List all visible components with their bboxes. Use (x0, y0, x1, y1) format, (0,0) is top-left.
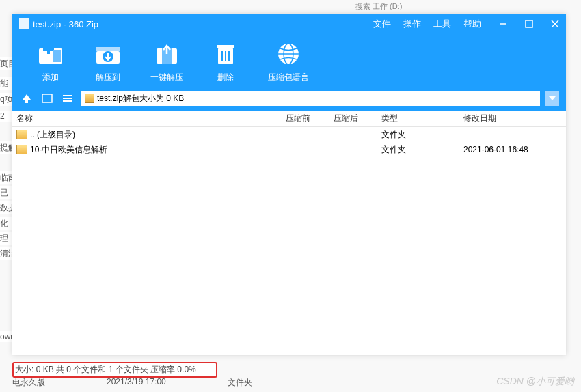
view-list-button[interactable] (60, 91, 75, 106)
menu-file[interactable]: 文件 (373, 18, 391, 30)
add-icon (36, 40, 66, 68)
col-post[interactable]: 压缩后 (334, 113, 381, 124)
nav-up-button[interactable] (19, 91, 34, 106)
svg-rect-14 (217, 45, 234, 48)
search-remnant: 搜索 工作 (D:) (355, 1, 402, 12)
extract-icon (93, 40, 123, 68)
svg-rect-1 (526, 20, 532, 27)
globe-icon (273, 40, 303, 68)
menu-help[interactable]: 帮助 (463, 18, 481, 30)
minimize-button[interactable] (495, 16, 511, 32)
trash-icon (211, 40, 241, 68)
app-icon (19, 18, 29, 29)
svg-rect-6 (43, 48, 54, 51)
toolbar: 添加 解压到 一键解压 删除 压缩包语言 (12, 34, 566, 89)
status-bar: 大小: 0 KB 共 0 个文件和 1 个文件夹 压缩率 0.0% (12, 362, 217, 378)
menu-tools[interactable]: 工具 (433, 18, 451, 30)
extract-to-button[interactable]: 解压到 (93, 40, 123, 83)
delete-button[interactable]: 删除 (211, 40, 241, 83)
column-header[interactable]: 名称 压缩前 压缩后 类型 修改日期 (12, 111, 566, 127)
table-row[interactable]: .. (上级目录) 文件夹 (12, 127, 566, 142)
nav-bar: test.zip解包大小为 0 KB (12, 89, 566, 111)
folder-icon (16, 130, 27, 139)
svg-rect-9 (96, 47, 120, 51)
language-button[interactable]: 压缩包语言 (268, 40, 309, 83)
path-dropdown-button[interactable] (545, 91, 559, 106)
path-bar[interactable]: test.zip解包大小为 0 KB (81, 91, 540, 106)
col-pre[interactable]: 压缩前 (286, 113, 334, 124)
background-row: 电永久版2021/3/19 17:00文件夹 (12, 377, 252, 389)
menu-operate[interactable]: 操作 (403, 18, 421, 30)
file-list[interactable]: .. (上级目录) 文件夹 10-中日欧美信息解析 文件夹 2021-06-01… (12, 127, 566, 355)
view-icons-button[interactable] (40, 91, 55, 106)
window-title: test.zip - 360 Zip (33, 19, 373, 29)
maximize-button[interactable] (521, 16, 537, 32)
oneclick-icon (152, 40, 182, 68)
table-row[interactable]: 10-中日欧美信息解析 文件夹 2021-06-01 16:48 (12, 142, 566, 157)
one-click-extract-button[interactable]: 一键解压 (150, 40, 183, 83)
menu-bar: 文件 操作 工具 帮助 (373, 18, 481, 30)
close-button[interactable] (547, 16, 563, 32)
folder-icon (16, 145, 27, 154)
add-button[interactable]: 添加 (36, 40, 66, 83)
svg-rect-7 (53, 50, 61, 62)
col-name[interactable]: 名称 (16, 113, 286, 124)
archive-icon (85, 94, 94, 103)
svg-rect-21 (42, 94, 52, 102)
path-text: test.zip解包大小为 0 KB (97, 93, 184, 104)
app-window: test.zip - 360 Zip 文件 操作 工具 帮助 添加 解压到 一键… (12, 14, 566, 355)
titlebar[interactable]: test.zip - 360 Zip 文件 操作 工具 帮助 (12, 14, 566, 34)
col-date[interactable]: 修改日期 (463, 113, 566, 124)
col-type[interactable]: 类型 (381, 113, 463, 124)
watermark: CSDN @小可爱哟 (496, 376, 574, 388)
